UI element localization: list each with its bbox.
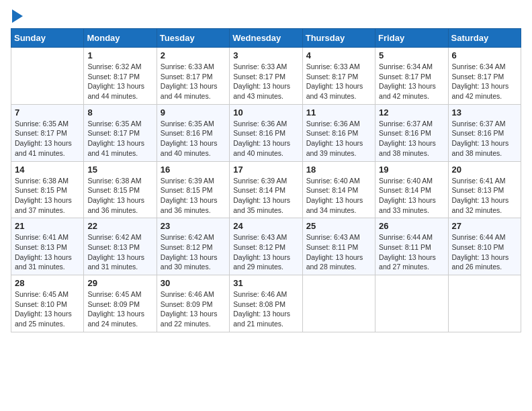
day-number: 26	[379, 221, 444, 231]
page-header	[11, 11, 521, 23]
day-info: Sunrise: 6:36 AMSunset: 8:16 PMDaylight:…	[306, 119, 371, 158]
calendar-week-row: 7Sunrise: 6:35 AMSunset: 8:17 PMDaylight…	[11, 104, 521, 161]
column-header-tuesday: Tuesday	[157, 29, 229, 48]
day-number: 5	[379, 50, 444, 60]
calendar-cell: 7Sunrise: 6:35 AMSunset: 8:17 PMDaylight…	[11, 104, 84, 161]
calendar-cell: 15Sunrise: 6:38 AMSunset: 8:15 PMDayligh…	[84, 161, 157, 218]
day-info: Sunrise: 6:35 AMSunset: 8:17 PMDaylight:…	[87, 119, 152, 158]
calendar-cell: 18Sunrise: 6:40 AMSunset: 8:14 PMDayligh…	[302, 161, 375, 218]
day-number: 16	[161, 165, 226, 175]
day-info: Sunrise: 6:42 AMSunset: 8:12 PMDaylight:…	[161, 232, 226, 272]
day-number: 2	[161, 50, 226, 60]
calendar-cell: 3Sunrise: 6:33 AMSunset: 8:17 PMDaylight…	[230, 48, 302, 105]
day-info: Sunrise: 6:41 AMSunset: 8:13 PMDaylight:…	[452, 176, 517, 216]
logo	[11, 11, 23, 23]
day-number: 22	[87, 221, 152, 231]
day-info: Sunrise: 6:44 AMSunset: 8:11 PMDaylight:…	[379, 232, 444, 272]
day-number: 21	[15, 221, 80, 231]
calendar-cell: 17Sunrise: 6:39 AMSunset: 8:14 PMDayligh…	[230, 161, 302, 218]
day-number: 28	[15, 278, 80, 288]
calendar-cell: 8Sunrise: 6:35 AMSunset: 8:17 PMDaylight…	[84, 104, 157, 161]
day-number: 6	[452, 50, 517, 60]
calendar-header-row: SundayMondayTuesdayWednesdayThursdayFrid…	[11, 29, 521, 48]
calendar-cell: 5Sunrise: 6:34 AMSunset: 8:17 PMDaylight…	[375, 48, 448, 105]
calendar-cell: 26Sunrise: 6:44 AMSunset: 8:11 PMDayligh…	[375, 218, 448, 275]
day-number: 8	[87, 107, 152, 118]
day-number: 30	[161, 278, 226, 288]
calendar-cell	[375, 275, 448, 332]
day-info: Sunrise: 6:45 AMSunset: 8:09 PMDaylight:…	[87, 289, 152, 329]
day-number: 17	[233, 165, 298, 175]
calendar-cell: 22Sunrise: 6:42 AMSunset: 8:13 PMDayligh…	[84, 218, 157, 275]
day-info: Sunrise: 6:37 AMSunset: 8:16 PMDaylight:…	[379, 119, 444, 158]
day-info: Sunrise: 6:45 AMSunset: 8:10 PMDaylight:…	[15, 289, 80, 329]
day-number: 9	[161, 107, 226, 118]
calendar-cell: 20Sunrise: 6:41 AMSunset: 8:13 PMDayligh…	[448, 161, 521, 218]
day-info: Sunrise: 6:37 AMSunset: 8:16 PMDaylight:…	[452, 119, 517, 158]
day-info: Sunrise: 6:38 AMSunset: 8:15 PMDaylight:…	[87, 176, 152, 216]
day-number: 27	[452, 221, 517, 231]
calendar-cell: 13Sunrise: 6:37 AMSunset: 8:16 PMDayligh…	[448, 104, 521, 161]
day-info: Sunrise: 6:39 AMSunset: 8:14 PMDaylight:…	[233, 176, 298, 216]
day-number: 19	[379, 165, 444, 175]
day-info: Sunrise: 6:32 AMSunset: 8:17 PMDaylight:…	[87, 62, 152, 101]
day-number: 3	[233, 50, 298, 60]
calendar-table: SundayMondayTuesdayWednesdayThursdayFrid…	[11, 28, 521, 332]
day-info: Sunrise: 6:40 AMSunset: 8:14 PMDaylight:…	[306, 176, 371, 216]
calendar-cell: 24Sunrise: 6:43 AMSunset: 8:12 PMDayligh…	[230, 218, 302, 275]
day-info: Sunrise: 6:40 AMSunset: 8:14 PMDaylight:…	[379, 176, 444, 216]
calendar-cell: 14Sunrise: 6:38 AMSunset: 8:15 PMDayligh…	[11, 161, 84, 218]
logo-arrow-icon	[12, 9, 23, 23]
calendar-cell: 30Sunrise: 6:46 AMSunset: 8:09 PMDayligh…	[157, 275, 229, 332]
calendar-cell: 2Sunrise: 6:33 AMSunset: 8:17 PMDaylight…	[157, 48, 229, 105]
calendar-cell: 28Sunrise: 6:45 AMSunset: 8:10 PMDayligh…	[11, 275, 84, 332]
calendar-cell: 21Sunrise: 6:41 AMSunset: 8:13 PMDayligh…	[11, 218, 84, 275]
day-number: 25	[306, 221, 371, 231]
day-number: 31	[233, 278, 298, 288]
column-header-sunday: Sunday	[11, 29, 84, 48]
day-info: Sunrise: 6:43 AMSunset: 8:11 PMDaylight:…	[306, 232, 371, 272]
day-number: 7	[15, 107, 80, 118]
calendar-cell: 27Sunrise: 6:44 AMSunset: 8:10 PMDayligh…	[448, 218, 521, 275]
day-info: Sunrise: 6:34 AMSunset: 8:17 PMDaylight:…	[452, 62, 517, 101]
calendar-cell: 12Sunrise: 6:37 AMSunset: 8:16 PMDayligh…	[375, 104, 448, 161]
day-info: Sunrise: 6:42 AMSunset: 8:13 PMDaylight:…	[87, 232, 152, 272]
day-number: 15	[87, 165, 152, 175]
calendar-cell: 6Sunrise: 6:34 AMSunset: 8:17 PMDaylight…	[448, 48, 521, 105]
calendar-cell: 16Sunrise: 6:39 AMSunset: 8:15 PMDayligh…	[157, 161, 229, 218]
day-info: Sunrise: 6:35 AMSunset: 8:17 PMDaylight:…	[15, 119, 80, 158]
day-info: Sunrise: 6:39 AMSunset: 8:15 PMDaylight:…	[161, 176, 226, 216]
day-info: Sunrise: 6:38 AMSunset: 8:15 PMDaylight:…	[15, 176, 80, 216]
column-header-thursday: Thursday	[302, 29, 375, 48]
day-info: Sunrise: 6:33 AMSunset: 8:17 PMDaylight:…	[233, 62, 298, 101]
calendar-cell: 19Sunrise: 6:40 AMSunset: 8:14 PMDayligh…	[375, 161, 448, 218]
day-number: 11	[306, 107, 371, 118]
calendar-cell: 31Sunrise: 6:46 AMSunset: 8:08 PMDayligh…	[230, 275, 302, 332]
day-number: 24	[233, 221, 298, 231]
day-number: 12	[379, 107, 444, 118]
column-header-friday: Friday	[375, 29, 448, 48]
day-number: 29	[87, 278, 152, 288]
day-number: 23	[161, 221, 226, 231]
day-number: 4	[306, 50, 371, 60]
day-info: Sunrise: 6:43 AMSunset: 8:12 PMDaylight:…	[233, 232, 298, 272]
day-info: Sunrise: 6:41 AMSunset: 8:13 PMDaylight:…	[15, 232, 80, 272]
calendar-cell	[302, 275, 375, 332]
calendar-cell: 10Sunrise: 6:36 AMSunset: 8:16 PMDayligh…	[230, 104, 302, 161]
calendar-cell: 4Sunrise: 6:33 AMSunset: 8:17 PMDaylight…	[302, 48, 375, 105]
day-info: Sunrise: 6:35 AMSunset: 8:16 PMDaylight:…	[161, 119, 226, 158]
day-info: Sunrise: 6:33 AMSunset: 8:17 PMDaylight:…	[306, 62, 371, 101]
day-info: Sunrise: 6:33 AMSunset: 8:17 PMDaylight:…	[161, 62, 226, 101]
calendar-cell: 29Sunrise: 6:45 AMSunset: 8:09 PMDayligh…	[84, 275, 157, 332]
calendar-cell: 25Sunrise: 6:43 AMSunset: 8:11 PMDayligh…	[302, 218, 375, 275]
day-info: Sunrise: 6:46 AMSunset: 8:09 PMDaylight:…	[161, 289, 226, 329]
calendar-cell: 23Sunrise: 6:42 AMSunset: 8:12 PMDayligh…	[157, 218, 229, 275]
day-number: 13	[452, 107, 517, 118]
day-info: Sunrise: 6:44 AMSunset: 8:10 PMDaylight:…	[452, 232, 517, 272]
day-number: 20	[452, 165, 517, 175]
day-number: 1	[87, 50, 152, 60]
calendar-cell: 1Sunrise: 6:32 AMSunset: 8:17 PMDaylight…	[84, 48, 157, 105]
calendar-cell	[11, 48, 84, 105]
day-number: 10	[233, 107, 298, 118]
column-header-monday: Monday	[84, 29, 157, 48]
